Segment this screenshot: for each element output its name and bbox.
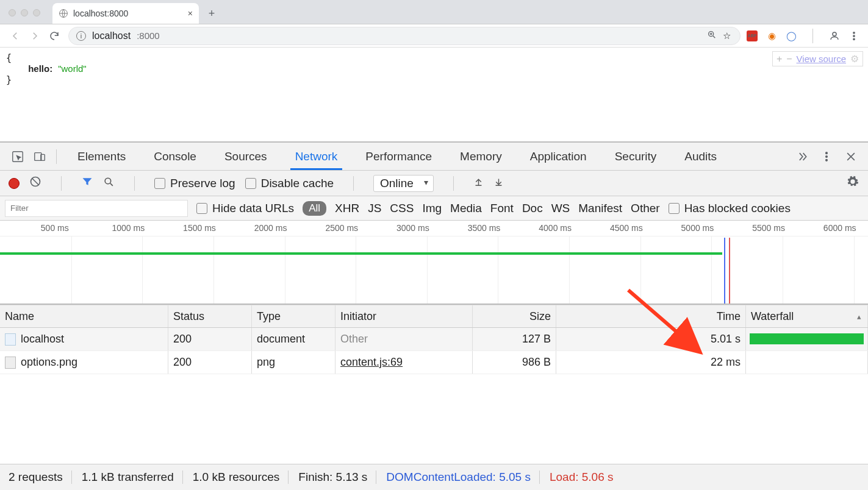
resources-size: 1.0 kB resources [193,470,289,484]
forward-button[interactable] [27,28,43,44]
site-info-icon[interactable]: i [76,31,86,41]
chevron-right-icon[interactable] [796,151,808,163]
reload-button[interactable] [46,28,62,44]
col-size[interactable]: Size [473,305,556,327]
filter-type-css[interactable]: CSS [390,202,414,215]
load-time: Load: 5.06 s [550,470,614,484]
filter-type-doc[interactable]: Doc [522,202,543,215]
page-content: { hello: "world" } + − View source ⚙ [0,48,868,141]
devtools-tab-security[interactable]: Security [610,143,662,170]
window-controls [9,9,52,24]
svg-point-2 [833,32,836,36]
expand-icon[interactable]: + [777,53,782,65]
inspect-icon[interactable] [11,150,24,163]
filter-type-ws[interactable]: WS [551,202,570,215]
disable-cache-label: Disable cache [261,177,334,190]
filter-type-other[interactable]: Other [631,202,660,215]
col-status[interactable]: Status [168,305,252,327]
abp-icon[interactable]: ABP [747,30,758,41]
devtools-tabbar: ElementsConsoleSourcesNetworkPerformance… [0,143,868,171]
filter-type-xhr[interactable]: XHR [335,202,359,215]
filter-type-all[interactable]: All [303,201,326,216]
timeline-tick: 3500 ms [468,223,501,233]
devtools-tab-elements[interactable]: Elements [73,143,131,170]
devtools-tab-sources[interactable]: Sources [220,143,272,170]
close-tab-icon[interactable]: × [188,9,193,18]
timeline-tick: 5000 ms [681,223,714,233]
preserve-log-checkbox[interactable]: Preserve log [154,177,235,190]
load-marker [729,238,730,304]
throttling-select[interactable]: Online [373,175,434,192]
devtools-tab-memory[interactable]: Memory [455,143,507,170]
settings-icon[interactable] [846,175,859,191]
filter-type-font[interactable]: Font [490,202,514,215]
filter-type-manifest[interactable]: Manifest [578,202,622,215]
devtools-tab-network[interactable]: Network [290,143,343,170]
upload-icon[interactable] [473,177,484,190]
filter-input[interactable] [5,200,188,217]
search-icon[interactable] [103,176,115,191]
svg-rect-7 [35,152,41,160]
col-waterfall[interactable]: Waterfall [746,305,868,327]
timeline-tick: 1000 ms [112,223,145,233]
separator [134,176,135,191]
download-icon[interactable] [493,177,504,190]
separator [353,176,354,191]
col-type[interactable]: Type [252,305,335,327]
collapse-icon[interactable]: − [786,53,792,65]
record-button[interactable] [9,178,20,189]
file-icon [5,333,16,346]
view-source-link[interactable]: View source [797,54,846,65]
profile-button[interactable] [827,28,842,44]
disable-cache-checkbox[interactable]: Disable cache [245,177,334,190]
devtools-tab-list: ElementsConsoleSourcesNetworkPerformance… [66,143,796,170]
filter-type-media[interactable]: Media [450,202,482,215]
separator [56,149,57,164]
devtools-dock-controls [11,150,46,163]
hide-data-urls-checkbox[interactable]: Hide data URLs [196,202,294,215]
ext-icon[interactable]: ◯ [786,30,797,41]
kebab-menu-icon[interactable] [820,151,833,163]
devtools-tab-console[interactable]: Console [149,143,201,170]
ext-icon[interactable]: ◉ [766,30,777,41]
json-value: "world" [58,63,87,74]
table-row[interactable]: localhost200documentOther127 B5.01 s [0,328,868,351]
address-bar[interactable]: i localhost:8000 ☆ [68,27,741,45]
device-toggle-icon[interactable] [33,150,46,163]
new-tab-button[interactable]: + [205,7,218,20]
col-time[interactable]: Time [556,305,746,327]
finish-time: Finish: 5.13 s [298,470,376,484]
filter-toggle-icon[interactable] [81,176,93,191]
svg-point-4 [853,35,855,36]
timeline-tick: 500 ms [41,223,69,233]
col-initiator[interactable]: Initiator [335,305,473,327]
request-initiator[interactable]: content.js:69 [340,356,403,369]
plus-icon: + [209,7,215,20]
devtools-tab-performance[interactable]: Performance [360,143,437,170]
table-row[interactable]: options.png200pngcontent.js:69986 B22 ms [0,351,868,374]
timeline-tick: 1500 ms [183,223,216,233]
close-devtools-icon[interactable] [845,151,857,163]
gear-icon[interactable]: ⚙ [850,53,859,65]
transferred-size: 1.1 kB transferred [82,470,183,484]
zoom-icon[interactable] [707,30,717,41]
request-name: localhost [21,333,64,346]
star-icon[interactable]: ☆ [723,30,733,41]
filter-type-img[interactable]: Img [422,202,442,215]
requests-count: 2 requests [9,470,72,484]
request-time: 22 ms [556,351,746,374]
table-header: Name Status Type Initiator Size Time Wat… [0,305,868,328]
back-button[interactable] [7,28,23,44]
devtools-tab-application[interactable]: Application [525,143,592,170]
filter-type-js[interactable]: JS [368,202,381,215]
preserve-log-label: Preserve log [170,177,235,190]
devtools-tab-audits[interactable]: Audits [680,143,722,170]
svg-point-9 [826,152,828,154]
clear-button[interactable] [29,176,41,191]
globe-icon [59,9,68,18]
browser-tab[interactable]: localhost:8000 × [52,3,199,24]
has-blocked-cookies-checkbox[interactable]: Has blocked cookies [669,202,791,215]
col-name[interactable]: Name [0,305,168,327]
menu-button[interactable] [846,28,862,44]
overview-timeline[interactable]: 500 ms1000 ms1500 ms2000 ms2500 ms3000 m… [0,221,868,305]
